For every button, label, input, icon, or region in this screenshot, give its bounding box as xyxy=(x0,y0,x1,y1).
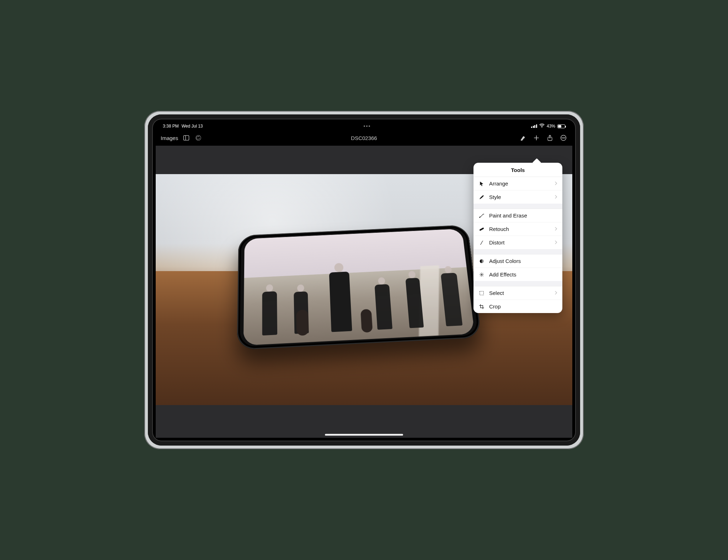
tools-item-label: Paint and Erase xyxy=(489,212,557,219)
style-icon xyxy=(478,194,485,200)
bandage-icon xyxy=(478,226,485,232)
sidebar-toggle-icon[interactable] xyxy=(182,134,190,142)
svg-point-0 xyxy=(541,127,542,128)
ipad-device-frame: 3:38 PM Wed Jul 13 4 xyxy=(144,111,584,449)
tools-item-select[interactable]: Select xyxy=(473,286,562,300)
tools-item-label: Select xyxy=(489,290,550,296)
svg-point-10 xyxy=(564,138,565,138)
svg-point-8 xyxy=(562,138,562,138)
multitask-dots[interactable] xyxy=(364,125,370,127)
home-indicator[interactable] xyxy=(325,434,403,436)
cursor-icon xyxy=(478,181,485,187)
ipad-bezel: 3:38 PM Wed Jul 13 4 xyxy=(148,114,580,446)
svg-rect-14 xyxy=(480,291,484,295)
share-icon[interactable] xyxy=(546,134,554,142)
more-icon[interactable] xyxy=(560,134,567,142)
screen: 3:38 PM Wed Jul 13 4 xyxy=(156,122,572,438)
editor-canvas[interactable]: Tools ArrangeStylePaint and EraseRetouch… xyxy=(156,146,572,438)
svg-point-11 xyxy=(483,195,484,196)
chevron-right-icon xyxy=(555,239,557,246)
tools-item-adjust-colors[interactable]: Adjust Colors xyxy=(473,254,562,268)
undo-icon[interactable] xyxy=(194,134,202,142)
svg-rect-1 xyxy=(184,135,189,140)
tools-item-label: Distort xyxy=(489,239,550,246)
select-icon xyxy=(478,290,485,296)
chevron-right-icon xyxy=(555,290,557,296)
tools-item-arrange[interactable]: Arrange xyxy=(473,177,562,190)
status-date: Wed Jul 13 xyxy=(182,124,203,129)
tools-item-label: Arrange xyxy=(489,181,550,187)
popover-title: Tools xyxy=(473,163,562,177)
adjust-icon xyxy=(478,258,485,264)
tools-item-label: Retouch xyxy=(489,226,550,232)
svg-point-9 xyxy=(563,138,564,138)
cellular-icon xyxy=(531,124,537,128)
brush-icon xyxy=(478,213,485,219)
add-icon[interactable] xyxy=(532,134,540,142)
tools-item-crop[interactable]: Crop xyxy=(473,300,562,313)
tools-item-label: Add Effects xyxy=(489,271,557,278)
tools-item-label: Style xyxy=(489,194,550,200)
chevron-right-icon xyxy=(555,226,557,232)
tools-item-retouch[interactable]: Retouch xyxy=(473,222,562,236)
tools-icon[interactable] xyxy=(519,134,527,142)
distort-icon xyxy=(478,240,485,246)
tools-item-label: Crop xyxy=(489,303,557,309)
effects-icon xyxy=(478,272,485,278)
tools-popover: Tools ArrangeStylePaint and EraseRetouch… xyxy=(473,163,562,313)
status-time: 3:38 PM xyxy=(163,124,179,129)
back-button[interactable]: Images xyxy=(161,135,178,141)
battery-icon xyxy=(557,124,565,128)
tools-item-label: Adjust Colors xyxy=(489,258,557,264)
tools-item-add-effects[interactable]: Add Effects xyxy=(473,268,562,281)
status-bar: 3:38 PM Wed Jul 13 4 xyxy=(156,122,572,130)
photo-phone-subject xyxy=(237,225,481,350)
crop-icon xyxy=(478,304,485,309)
tools-item-style[interactable]: Style xyxy=(473,190,562,204)
chevron-right-icon xyxy=(555,194,557,200)
app-toolbar: Images DSC02366 xyxy=(156,130,572,146)
tools-item-paint-and-erase[interactable]: Paint and Erase xyxy=(473,209,562,222)
chevron-right-icon xyxy=(555,181,557,187)
svg-rect-12 xyxy=(479,227,484,231)
battery-percent: 43% xyxy=(547,124,555,129)
wifi-icon xyxy=(539,124,545,129)
tools-item-distort[interactable]: Distort xyxy=(473,236,562,249)
